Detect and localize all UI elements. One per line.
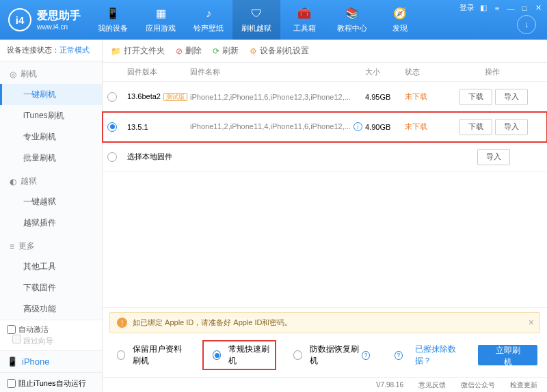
local-firmware-radio[interactable]	[107, 152, 117, 162]
nav-icon: 📱	[106, 7, 120, 20]
top-nav: 📱我的设备▦应用游戏♪铃声壁纸🛡刷机越狱🧰工具箱📚教程中心🧭发现	[89, 0, 424, 40]
logo-icon: i4	[8, 8, 31, 31]
version-label: V7.98.16	[376, 381, 403, 389]
firmware-version: 13.5.1	[122, 123, 190, 131]
more-icon: ≡	[10, 242, 14, 251]
firmware-version: 13.6beta2测试版	[122, 92, 190, 102]
refresh-icon: ⟳	[213, 46, 219, 56]
window-controls: 登录 ◧ ≡ — □ ✕	[459, 3, 543, 13]
table-header: 固件版本 固件名称 大小 状态 操作	[103, 63, 547, 82]
nav-icon: ▦	[154, 7, 168, 20]
firmware-row: 13.5.1iPhone11,2,iPhone11,4,iPhone11,6,i…	[103, 112, 547, 142]
footer: V7.98.16 意见反馈 微信公众号 检查更新	[103, 377, 547, 392]
info-icon[interactable]: i	[353, 122, 362, 131]
flash-mode-row: 保留用户资料刷机 常规快速刷机 防数据恢复刷机? ? 已擦抹除数据？ 立即刷机	[103, 333, 547, 377]
firmware-name: iPhone11,2,iPhone11,4,iPhone11,6,iPhone1…	[190, 122, 365, 132]
nav-icon: 🧭	[393, 7, 407, 20]
wechat-link[interactable]: 微信公众号	[461, 380, 495, 390]
top-bar: i4 爱思助手 www.i4.cn 📱我的设备▦应用游戏♪铃声壁纸🛡刷机越狱🧰工…	[0, 0, 547, 40]
sidebar-item[interactable]: iTunes刷机	[0, 105, 102, 126]
import-button[interactable]: 导入	[495, 119, 528, 135]
feedback-link[interactable]: 意见反馈	[418, 380, 446, 390]
auto-activate-checkbox[interactable]	[7, 325, 16, 334]
sidebar-item[interactable]: 越狱插件	[0, 212, 102, 234]
gear-icon: ⚙	[250, 46, 257, 56]
brand-url: www.i4.cn	[37, 23, 81, 31]
device-status: 设备连接状态：正常模式	[0, 40, 102, 61]
flash-icon: ◎	[10, 70, 16, 79]
nav-1[interactable]: ▦应用游戏	[137, 0, 185, 40]
block-itunes-row: 阻止iTunes自动运行	[0, 372, 102, 392]
erase-data-link[interactable]: 已擦抹除数据？	[415, 344, 466, 367]
nav-icon: 📚	[345, 7, 359, 20]
flash-now-button[interactable]: 立即刷机	[478, 345, 537, 365]
nav-0[interactable]: 📱我的设备	[89, 0, 137, 40]
firmware-size: 4.95GB	[365, 93, 405, 101]
appleid-warning: ! 如已绑定 Apple ID，请准备好 Apple ID和密码。 ×	[109, 312, 540, 333]
sidebar-item[interactable]: 高级功能	[0, 298, 102, 320]
device-entry[interactable]: 📱iPhone	[0, 350, 102, 372]
firmware-row: 13.6beta2测试版iPhone11,2,iPhone11,6,iPhone…	[103, 82, 547, 112]
folder-icon: 📁	[111, 46, 121, 56]
sidebar-item[interactable]: 一键刷机	[0, 84, 102, 105]
block-itunes-checkbox[interactable]	[7, 379, 16, 388]
download-manager-icon[interactable]: ↓	[517, 15, 536, 34]
import-local-button[interactable]: 导入	[477, 149, 510, 165]
mode-quick-flash[interactable]: 常规快速刷机	[202, 340, 277, 370]
sidebar-item[interactable]: 下载固件	[0, 277, 102, 298]
col-action: 操作	[444, 67, 540, 77]
toolbar: 📁打开文件夹 ⊘删除 ⟳刷新 ⚙设备刷机设置	[103, 40, 547, 63]
minimize-icon[interactable]: —	[506, 3, 516, 13]
check-update-link[interactable]: 检查更新	[510, 380, 537, 390]
local-firmware-label: 选择本地固件	[122, 152, 172, 162]
import-button[interactable]: 导入	[495, 89, 528, 105]
firmware-radio[interactable]	[107, 92, 117, 102]
col-status: 状态	[405, 67, 444, 77]
nav-6[interactable]: 🧭发现	[376, 0, 424, 40]
nav-icon: 🧰	[297, 7, 311, 20]
download-button[interactable]: 下载	[459, 119, 492, 135]
logo: i4 爱思助手 www.i4.cn	[0, 8, 89, 31]
open-folder-button[interactable]: 📁打开文件夹	[111, 45, 165, 57]
sidebar-section-flash: ◎刷机	[0, 64, 102, 84]
firmware-radio[interactable]	[107, 122, 117, 132]
nav-4[interactable]: 🧰工具箱	[280, 0, 328, 40]
firmware-status: 未下载	[405, 92, 444, 102]
sidebar-section-more: ≡更多	[0, 236, 102, 256]
main-panel: 📁打开文件夹 ⊘删除 ⟳刷新 ⚙设备刷机设置 固件版本 固件名称 大小 状态 操…	[103, 40, 547, 392]
nav-2[interactable]: ♪铃声壁纸	[185, 0, 232, 40]
firmware-status: 未下载	[405, 122, 444, 132]
phone-icon: 📱	[7, 356, 18, 367]
local-firmware-row: 选择本地固件 导入	[103, 142, 547, 172]
close-icon[interactable]: ✕	[533, 3, 543, 13]
nav-5[interactable]: 📚教程中心	[328, 0, 376, 40]
nav-icon: 🛡	[250, 7, 263, 20]
sidebar-item[interactable]: 其他工具	[0, 256, 102, 277]
sidebar-item[interactable]: 批量刷机	[0, 148, 102, 169]
jailbreak-icon: ◐	[10, 177, 16, 186]
help-icon[interactable]: ?	[395, 351, 403, 360]
firmware-size: 4.90GB	[365, 123, 405, 131]
help-icon[interactable]: ?	[362, 351, 370, 360]
warning-icon: !	[117, 318, 127, 328]
mode-anti-recover[interactable]: 防数据恢复刷机?	[289, 344, 369, 367]
follow-guide-checkbox	[12, 335, 21, 344]
sidebar-section-jailbreak: ◐越狱	[0, 171, 102, 191]
col-version: 固件版本	[122, 67, 190, 77]
warning-close-icon[interactable]: ×	[529, 317, 534, 328]
maximize-icon[interactable]: □	[520, 3, 529, 13]
menu-icon[interactable]: ≡	[492, 3, 502, 13]
sidebar-item[interactable]: 一键越狱	[0, 191, 102, 212]
login-link[interactable]: 登录	[459, 3, 475, 13]
col-name: 固件名称	[190, 67, 365, 77]
auto-activate-row: 自动激活 跟过向导	[0, 320, 102, 350]
sidebar-item[interactable]: 专业刷机	[0, 126, 102, 148]
flash-settings-button[interactable]: ⚙设备刷机设置	[250, 45, 309, 57]
mode-keep-data[interactable]: 保留用户资料刷机	[112, 344, 190, 367]
skin-icon[interactable]: ◧	[479, 3, 488, 13]
bottom-panel: ! 如已绑定 Apple ID，请准备好 Apple ID和密码。 × 保留用户…	[103, 307, 547, 392]
nav-3[interactable]: 🛡刷机越狱	[232, 0, 280, 40]
refresh-button[interactable]: ⟳刷新	[213, 45, 239, 57]
delete-button[interactable]: ⊘删除	[176, 45, 202, 57]
download-button[interactable]: 下载	[459, 89, 492, 105]
